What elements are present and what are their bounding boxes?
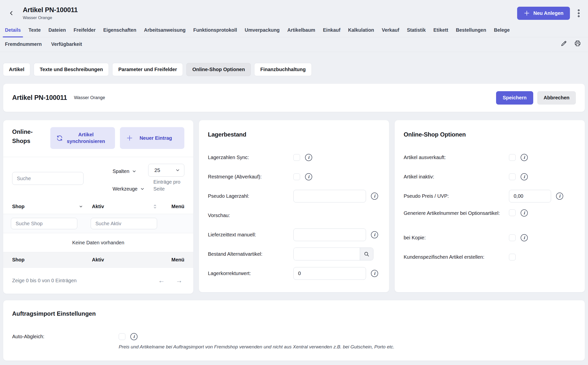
sync-articles-button[interactable]: Artikel synchronisieren [50, 127, 115, 149]
kundenspezifisch-checkbox[interactable] [509, 254, 516, 260]
vorschau-row: Vorschau: [208, 209, 380, 222]
back-button[interactable] [6, 8, 16, 18]
info-icon[interactable]: i [521, 209, 528, 217]
pill-finanzbuchhaltung[interactable]: Finanzbuchhaltung [254, 63, 311, 76]
footer-menu-header: Menü [167, 257, 184, 263]
tab-funktionsprotokoll[interactable]: Funktionsprotokoll [193, 27, 237, 37]
artikel-ausverkauft-checkbox[interactable] [509, 154, 516, 161]
lieferzeittext-input[interactable] [293, 228, 366, 241]
info-icon[interactable]: i [521, 173, 528, 180]
sync-icon [56, 135, 63, 141]
bestand-alternativartikel-input[interactable] [294, 248, 360, 260]
article-subtitle: Wasser Orange [74, 95, 105, 100]
tab-texte[interactable]: Texte [28, 27, 41, 37]
pill-texte-und-beschreibungen[interactable]: Texte und Beschreibungen [34, 63, 109, 76]
pill-online-shop-optionen[interactable]: Online-Shop Optionen [186, 63, 251, 76]
sort-desc-icon[interactable] [79, 204, 83, 209]
tab-einkauf[interactable]: Einkauf [323, 27, 340, 37]
chevron-down-icon [175, 168, 180, 173]
lagerkorrekturwert-row: Lagerkorrekturwert: i [208, 267, 380, 280]
pseudo-preis-row: Pseudo Preis / UVP: i [404, 190, 576, 202]
tab-details[interactable]: Details [5, 27, 21, 37]
pill-artikel[interactable]: Artikel [3, 63, 30, 76]
save-button[interactable]: Speichern [496, 91, 533, 105]
info-icon[interactable]: i [130, 333, 138, 340]
info-icon[interactable]: i [521, 234, 528, 241]
kundenspezifisch-row: Kundenspezifischen Artikel erstellen: [404, 251, 576, 263]
filter-aktiv-input[interactable] [91, 218, 157, 229]
auftragsimport-title: Auftragsimport Einstellungen [12, 310, 576, 317]
bei-kopie-row: bei Kopie: i [404, 231, 576, 244]
shops-filter-row [3, 214, 193, 233]
columns-dropdown-label: Spalten [112, 168, 129, 174]
chevron-down-icon [140, 187, 145, 191]
filter-shop-input[interactable] [11, 218, 77, 229]
restmenge-checkbox[interactable] [293, 173, 300, 180]
columns-dropdown[interactable]: Spalten [112, 168, 137, 174]
pseudo-lagerzahl-input[interactable] [293, 190, 366, 202]
tab-dateien[interactable]: Dateien [48, 27, 66, 37]
tab-verkauf[interactable]: Verkauf [382, 27, 399, 37]
lagerbestand-panel: Lagerbestand Lagerzahlen Sync: i Restmen… [199, 120, 389, 292]
info-icon[interactable]: i [521, 154, 528, 161]
tab-freifelder[interactable]: Freifelder [74, 27, 96, 37]
column-shop-header: Shop [12, 204, 25, 209]
info-icon[interactable]: i [305, 154, 312, 161]
restmenge-row: Restmenge (Abverkauf): i [208, 170, 380, 183]
pseudo-preis-input[interactable] [509, 190, 551, 202]
footer-aktiv-header: Aktiv [92, 257, 167, 263]
artikel-inaktiv-row: Artikel inaktiv: i [404, 170, 576, 183]
lagerzahlen-sync-checkbox[interactable] [293, 154, 300, 161]
cancel-button[interactable]: Abbrechen [537, 91, 576, 105]
tab-artikelbaum[interactable]: Artikelbaum [287, 27, 315, 37]
info-icon[interactable]: i [556, 193, 563, 200]
page-size-select[interactable]: 25 [148, 164, 184, 177]
artikel-inaktiv-checkbox[interactable] [509, 173, 516, 180]
chevron-down-icon [132, 169, 137, 174]
tab-fremdnummern[interactable]: Fremdnummern [5, 41, 42, 47]
tab-arbeitsanweisung[interactable]: Arbeitsanweisung [144, 27, 186, 37]
pagination-info: Zeige 0 bis 0 von 0 Einträgen [12, 278, 77, 283]
info-icon[interactable]: i [371, 270, 378, 277]
tools-dropdown[interactable]: Werkzeuge [112, 186, 145, 192]
auftragsimport-panel: Auftragsimport Einstellungen Auto-Abglei… [3, 300, 585, 361]
section-pills: Artikel Texte und Beschreibungen Paramet… [3, 63, 585, 76]
bei-kopie-checkbox[interactable] [509, 234, 516, 241]
new-create-button[interactable]: Neu Anlegen [517, 7, 570, 20]
sort-both-icon[interactable] [153, 204, 157, 209]
tab-eigenschaften[interactable]: Eigenschaften [103, 27, 136, 37]
shops-table-footer-header: Shop Aktiv Menü [3, 252, 193, 268]
footer-shop-header: Shop [12, 257, 92, 263]
edit-pencil-icon[interactable] [560, 40, 567, 47]
online-shops-panel: Online-Shops Artikel synchronisieren Neu… [3, 120, 194, 294]
print-icon[interactable] [574, 40, 581, 47]
tab-statistik[interactable]: Statistik [407, 27, 426, 37]
tab-verfuegbarkeit[interactable]: Verfügbarkeit [51, 41, 82, 47]
tab-umverpackung[interactable]: Umverpackung [245, 27, 280, 37]
bestand-alternativartikel-row: Bestand Alternativartikel: [208, 248, 380, 260]
pagination-next-icon[interactable]: → [176, 277, 182, 284]
generiere-artikelnummer-checkbox[interactable] [509, 209, 516, 216]
tab-kalkulation[interactable]: Kalkulation [348, 27, 374, 37]
page-size-value: 25 [154, 167, 175, 173]
tab-etikett[interactable]: Etikett [433, 27, 448, 37]
empty-table-message: Keine Daten vorhanden [3, 233, 193, 252]
info-icon[interactable]: i [371, 193, 378, 200]
pagination-prev-icon[interactable]: ← [158, 277, 165, 284]
tab-belege[interactable]: Belege [494, 27, 510, 37]
page-size-caption: Einträge pro Seite [148, 178, 184, 192]
pill-parameter-und-freifelder[interactable]: Parameter und Freifelder [112, 63, 183, 76]
kebab-menu-icon[interactable] [577, 8, 581, 18]
info-icon[interactable]: i [371, 231, 378, 238]
new-entry-button[interactable]: Neuer Eintrag [120, 127, 185, 149]
auto-abgleich-checkbox[interactable] [119, 333, 125, 340]
tab-bestellungen[interactable]: Bestellungen [456, 27, 486, 37]
shop-options-title: Online-Shop Optionen [404, 131, 576, 138]
info-icon[interactable]: i [305, 173, 312, 180]
article-lookup-button[interactable] [360, 248, 373, 260]
generiere-artikelnummer-row: Generiere Artikelnummer bei Optionsartik… [404, 209, 576, 229]
lagerkorrekturwert-input[interactable] [293, 267, 366, 280]
article-title-card: Artikel PN-100011 Wasser Orange Speicher… [3, 84, 585, 112]
plus-icon [126, 134, 133, 142]
shops-search-input[interactable] [12, 172, 84, 185]
